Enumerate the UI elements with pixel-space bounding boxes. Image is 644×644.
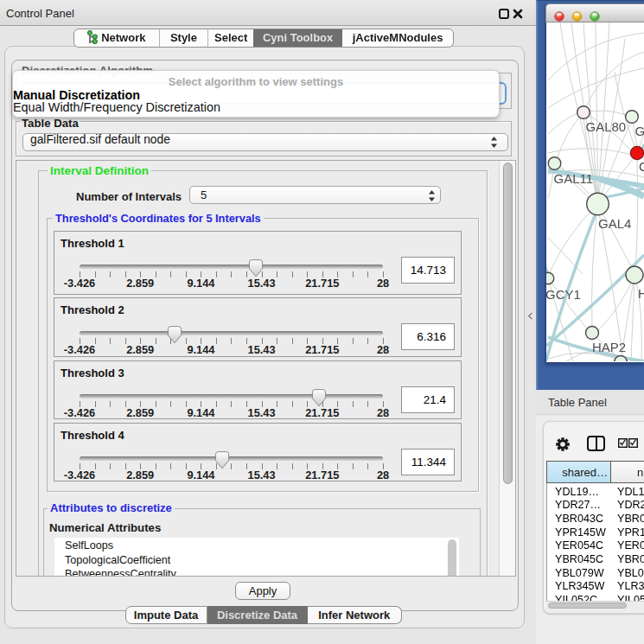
svg-text:GAL11: GAL11 <box>554 171 594 186</box>
svg-text:HAP2: HAP2 <box>592 340 626 354</box>
svg-text:H: H <box>638 286 644 301</box>
svg-text:GAL80: GAL80 <box>586 119 627 134</box>
svg-text:GA: GA <box>635 124 644 138</box>
svg-text:GCY1: GCY1 <box>546 287 581 302</box>
svg-text:GAL4: GAL4 <box>598 216 631 231</box>
svg-text:C: C <box>639 159 644 174</box>
